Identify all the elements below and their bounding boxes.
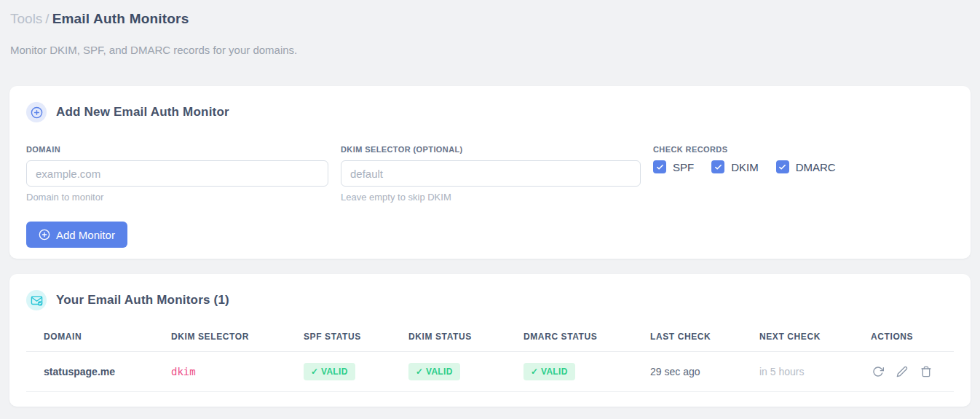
mail-check-icon: [26, 290, 47, 310]
dmarc-checkbox-item[interactable]: DMARC: [776, 160, 836, 173]
trash-icon: [920, 366, 932, 377]
dkim-selector-field-label: DKIM SELECTOR (OPTIONAL): [341, 145, 641, 154]
column-header-next-check: NEXT CHECK: [742, 329, 853, 352]
pencil-icon: [896, 366, 908, 377]
dkim-selector-input[interactable]: [341, 160, 641, 187]
dkim-selector-field-group: DKIM SELECTOR (OPTIONAL) Leave empty to …: [341, 145, 641, 203]
edit-button[interactable]: [895, 364, 909, 379]
refresh-button[interactable]: [871, 364, 885, 379]
table-row: statuspage.me dkim ✓ VALID ✓ VALID ✓ VAL…: [26, 352, 954, 392]
table-header-row: DOMAIN DKIM SELECTOR SPF STATUS DKIM STA…: [26, 329, 954, 352]
spf-checkbox-label: SPF: [673, 161, 694, 173]
email-auth-monitors-page: Tools/Email Auth Monitors Monitor DKIM, …: [0, 0, 980, 407]
dkim-selector-field-helper: Leave empty to skip DKIM: [341, 192, 641, 203]
monitors-card-header: Your Email Auth Monitors (1): [26, 290, 954, 310]
breadcrumb: Tools/Email Auth Monitors: [9, 9, 971, 29]
dkim-checkbox-label: DKIM: [731, 161, 759, 173]
column-header-dkim-status: DKIM STATUS: [391, 329, 506, 352]
monitors-table: DOMAIN DKIM SELECTOR SPF STATUS DKIM STA…: [26, 329, 954, 392]
plus-circle-icon: [26, 102, 47, 122]
delete-button[interactable]: [919, 364, 933, 379]
monitors-card-title: Your Email Auth Monitors (1): [56, 293, 229, 308]
domain-field-helper: Domain to monitor: [26, 192, 328, 203]
check-records-label: CHECK RECORDS: [653, 145, 954, 154]
breadcrumb-separator: /: [45, 11, 49, 26]
monitor-dkim-selector: dkim: [154, 352, 286, 392]
breadcrumb-tools-link[interactable]: Tools: [10, 11, 42, 26]
add-monitor-form: DOMAIN Domain to monitor DKIM SELECTOR (…: [26, 145, 954, 203]
add-monitor-card-header: Add New Email Auth Monitor: [26, 102, 954, 122]
page-title: Email Auth Monitors: [52, 11, 189, 26]
column-header-domain: DOMAIN: [26, 329, 154, 352]
check-records-row: SPF DKIM DMARC: [653, 160, 954, 173]
add-monitor-card-title: Add New Email Auth Monitor: [56, 105, 229, 120]
monitor-domain: statuspage.me: [26, 352, 154, 392]
row-actions: [871, 364, 954, 379]
monitors-list-card: Your Email Auth Monitors (1) DOMAIN DKIM…: [9, 274, 971, 407]
column-header-dkim-selector: DKIM SELECTOR: [154, 329, 286, 352]
dmarc-checkbox-checked-icon[interactable]: [776, 160, 789, 173]
plus-circle-icon: [39, 229, 50, 240]
domain-field-group: DOMAIN Domain to monitor: [26, 145, 328, 203]
add-monitor-card: Add New Email Auth Monitor DOMAIN Domain…: [9, 86, 971, 259]
spf-checkbox-item[interactable]: SPF: [653, 160, 694, 173]
column-header-spf-status: SPF STATUS: [286, 329, 391, 352]
column-header-actions: ACTIONS: [853, 329, 954, 352]
column-header-dmarc-status: DMARC STATUS: [506, 329, 633, 352]
dmarc-status-badge: ✓ VALID: [523, 363, 575, 380]
monitor-next-check: in 5 hours: [742, 352, 853, 392]
domain-field-label: DOMAIN: [26, 145, 328, 154]
spf-status-badge: ✓ VALID: [304, 363, 355, 380]
monitor-last-check: 29 sec ago: [633, 352, 742, 392]
dmarc-checkbox-label: DMARC: [796, 161, 836, 173]
column-header-last-check: LAST CHECK: [633, 329, 742, 352]
spf-checkbox-checked-icon[interactable]: [653, 160, 666, 173]
add-monitor-button-label: Add Monitor: [56, 229, 115, 241]
page-subtitle: Monitor DKIM, SPF, and DMARC records for…: [9, 44, 971, 56]
dkim-checkbox-item[interactable]: DKIM: [711, 160, 759, 173]
refresh-icon: [872, 366, 884, 377]
add-monitor-button[interactable]: Add Monitor: [26, 222, 127, 248]
dkim-status-badge: ✓ VALID: [408, 363, 460, 380]
check-records-group: CHECK RECORDS SPF DKIM: [653, 145, 954, 203]
dkim-checkbox-checked-icon[interactable]: [711, 160, 724, 173]
domain-input[interactable]: [26, 160, 328, 187]
